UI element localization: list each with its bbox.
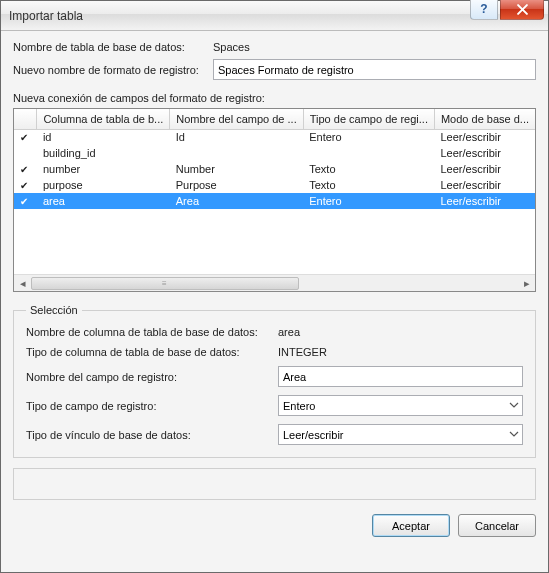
sel-db-column-name-value: area [278, 326, 523, 338]
db-table-name-label: Nombre de tabla de base de datos: [13, 41, 213, 53]
table-row[interactable]: ✔ purpose Purpose Texto Leer/escribir [14, 177, 535, 193]
window-title: Importar tabla [9, 9, 470, 23]
row-check: ✔ [14, 193, 37, 209]
sel-db-column-name-label: Nombre de columna de tabla de base de da… [26, 326, 278, 338]
empty-group [13, 468, 536, 500]
table-row[interactable]: ✔ area Area Entero Leer/escribir [14, 193, 535, 209]
col-header-db-mode[interactable]: Modo de base d... [434, 109, 535, 129]
selection-group: Selección Nombre de columna de tabla de … [13, 304, 536, 458]
field-connection-label: Nueva conexión de campos del formato de … [13, 92, 536, 104]
col-header-field-type[interactable]: Tipo de campo de regi... [303, 109, 434, 129]
sel-record-field-name-input[interactable] [278, 366, 523, 387]
row-check: ✔ [14, 161, 37, 177]
title-bar: Importar tabla ? [1, 1, 548, 31]
db-table-name-value: Spaces [213, 41, 536, 53]
table-row[interactable]: building_id Leer/escribir [14, 145, 535, 161]
row-check [14, 145, 37, 161]
fields-table: Columna de tabla de b... Nombre del camp… [14, 109, 535, 209]
row-check: ✔ [14, 177, 37, 193]
scroll-thumb[interactable]: ≡ [31, 277, 299, 290]
dialog-footer: Aceptar Cancelar [13, 514, 536, 537]
col-header-db-column[interactable]: Columna de tabla de b... [37, 109, 170, 129]
client-area: Nombre de tabla de base de datos: Spaces… [1, 31, 548, 572]
help-button[interactable]: ? [470, 0, 498, 20]
sel-db-link-type-label: Tipo de vínculo de base de datos: [26, 429, 278, 441]
close-icon [517, 4, 528, 15]
table-row[interactable]: ✔ number Number Texto Leer/escribir [14, 161, 535, 177]
table-row[interactable]: ✔ id Id Entero Leer/escribir [14, 129, 535, 145]
row-check: ✔ [14, 129, 37, 145]
record-format-name-label: Nuevo nombre de formato de registro: [13, 64, 213, 76]
close-button[interactable] [500, 0, 544, 20]
sel-record-field-name-label: Nombre del campo de registro: [26, 371, 278, 383]
sel-record-field-type-label: Tipo de campo de registro: [26, 400, 278, 412]
selection-legend: Selección [26, 304, 82, 316]
help-icon: ? [480, 2, 487, 16]
record-format-name-input[interactable] [213, 59, 536, 80]
scroll-right-arrow-icon[interactable]: ▸ [518, 275, 535, 292]
cancel-button[interactable]: Cancelar [458, 514, 536, 537]
scroll-track[interactable]: ≡ [31, 275, 518, 292]
sel-db-link-type-combo[interactable] [278, 424, 523, 445]
col-header-record-field[interactable]: Nombre del campo de ... [170, 109, 303, 129]
horizontal-scrollbar[interactable]: ◂ ≡ ▸ [14, 274, 535, 291]
table-header-row: Columna de tabla de b... Nombre del camp… [14, 109, 535, 129]
scroll-left-arrow-icon[interactable]: ◂ [14, 275, 31, 292]
sel-db-column-type-value: INTEGER [278, 346, 523, 358]
col-header-check[interactable] [14, 109, 37, 129]
dialog-window: Importar tabla ? Nombre de tabla de base… [0, 0, 549, 573]
sel-record-field-type-combo[interactable] [278, 395, 523, 416]
fields-table-container: Columna de tabla de b... Nombre del camp… [13, 108, 536, 292]
sel-db-column-type-label: Tipo de columna de tabla de base de dato… [26, 346, 278, 358]
accept-button[interactable]: Aceptar [372, 514, 450, 537]
